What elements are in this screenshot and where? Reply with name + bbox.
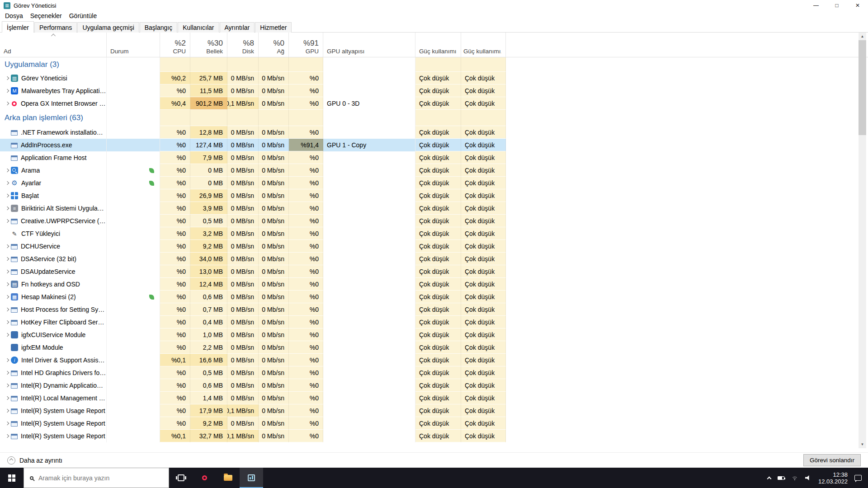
expand-chevron-icon[interactable] <box>4 371 11 374</box>
process-row[interactable]: ▤Fn hotkeys and OSD%012,4 MB0 MB/sn0 Mb/… <box>0 278 506 291</box>
power-usage-cell: Çok düşük <box>415 126 461 139</box>
expand-chevron-icon[interactable] <box>4 321 11 324</box>
memory-cell: 0,5 MB <box>190 215 227 227</box>
process-row[interactable]: Intel(R) Dynamic Application Lo...%00,6 … <box>0 379 506 392</box>
volume-icon[interactable] <box>805 475 811 481</box>
taskbar-task-manager-button[interactable] <box>240 468 263 488</box>
process-row[interactable]: HotKey Filter Clipboard Service%00,4 MB0… <box>0 316 506 328</box>
taskbar-opera-gx-button[interactable] <box>193 468 216 488</box>
expand-chevron-icon[interactable] <box>4 207 11 210</box>
column-header-cpu[interactable]: %2CPU <box>160 33 190 57</box>
expand-chevron-icon[interactable] <box>4 245 11 248</box>
process-row[interactable]: iIntel Driver & Support Assistant ...%0,… <box>0 354 506 366</box>
process-row[interactable]: ▦Hesap Makinesi (2)%00,6 MB0 MB/sn0 Mb/s… <box>0 291 506 303</box>
tab-ayrintilar[interactable]: Ayrıntılar <box>220 22 255 33</box>
expand-chevron-icon[interactable] <box>4 435 11 437</box>
tab-islemler[interactable]: İşlemler <box>2 21 34 33</box>
tab-kullanicilar[interactable]: Kullanıcılar <box>178 22 219 33</box>
close-button[interactable]: ✕ <box>847 0 868 11</box>
column-header-status[interactable]: Durum <box>107 33 160 57</box>
process-row[interactable]: Creative.UWPRPCService (32 bit)%00,5 MB0… <box>0 215 506 227</box>
expand-chevron-icon[interactable] <box>4 220 11 222</box>
expand-chevron-icon[interactable] <box>4 397 11 399</box>
taskbar-search-box[interactable]: Aramak için buraya yazın <box>24 468 169 488</box>
minimize-button[interactable]: — <box>806 0 826 11</box>
column-header-trend[interactable]: Güç kullanımı... <box>461 33 506 57</box>
scrollbar-up-button[interactable]: ▲ <box>859 33 866 40</box>
process-row[interactable]: igfxCUIService Module%01,0 MB0 MB/sn0 Mb… <box>0 328 506 341</box>
process-row[interactable]: .NET Framework installation util...%012,… <box>0 126 506 139</box>
expand-chevron-icon[interactable] <box>4 296 11 298</box>
menu-dosya[interactable]: Dosya <box>1 11 27 20</box>
tray-expand-chevron-icon[interactable] <box>767 476 771 481</box>
column-header-gpu[interactable]: %91GPU <box>289 33 323 57</box>
process-row[interactable]: Intel HD Graphics Drivers for Wi...%00,5… <box>0 366 506 379</box>
network-cell: 0 Mb/sn <box>259 316 289 328</box>
process-row[interactable]: Intel(R) Local Management Serv...%01,4 M… <box>0 392 506 404</box>
ctf-pen-icon: ✎ <box>11 230 18 237</box>
expand-chevron-icon[interactable] <box>4 422 11 425</box>
expand-chevron-icon[interactable] <box>4 333 11 336</box>
tab-hizmetler[interactable]: Hizmetler <box>255 22 292 33</box>
expand-chevron-icon[interactable] <box>4 182 11 184</box>
start-button[interactable] <box>0 468 24 488</box>
expand-chevron-icon[interactable] <box>4 169 11 172</box>
expand-chevron-icon[interactable] <box>4 409 11 412</box>
fewer-details-toggle[interactable]: Daha az ayrıntı <box>7 456 62 465</box>
column-header-mem[interactable]: %30Bellek <box>190 33 227 57</box>
column-header-net[interactable]: %0Ağ <box>259 33 289 57</box>
expand-chevron-icon[interactable] <box>4 283 11 286</box>
expand-chevron-icon[interactable] <box>4 359 11 361</box>
column-header-engine[interactable]: GPU altyapısı <box>323 33 415 57</box>
process-row[interactable]: Başlat%026,9 MB0 MB/sn0 Mb/sn%0Çok düşük… <box>0 189 506 202</box>
process-row[interactable]: ▥Görev Yöneticisi%0,225,7 MB0 MB/sn0 Mb/… <box>0 72 506 84</box>
tab-performans[interactable]: Performans <box>34 22 77 33</box>
process-row[interactable]: DSAUpdateService%013,0 MB0 MB/sn0 Mb/sn%… <box>0 265 506 278</box>
process-row[interactable]: ≡Biriktirici Alt Sistemi Uygulaması%03,9… <box>0 202 506 215</box>
process-row[interactable]: Arama%00 MB0 MB/sn0 Mb/sn%0Çok düşükÇok … <box>0 164 506 177</box>
process-row[interactable]: MMalwarebytes Tray Application%011,5 MB0… <box>0 84 506 97</box>
expand-chevron-icon[interactable] <box>4 194 11 197</box>
expand-chevron-icon[interactable] <box>4 102 11 105</box>
column-header-name[interactable]: Ad <box>0 33 107 57</box>
maximize-button[interactable]: □ <box>826 0 847 11</box>
end-task-button[interactable]: Görevi sonlandır <box>803 454 861 466</box>
expand-chevron-icon[interactable] <box>4 384 11 387</box>
column-header-power[interactable]: Güç kullanımı <box>415 33 461 57</box>
expand-chevron-icon[interactable] <box>4 308 11 311</box>
process-row[interactable]: DSAService (32 bit)%034,0 MB0 MB/sn0 Mb/… <box>0 253 506 265</box>
expand-chevron-icon[interactable] <box>4 270 11 273</box>
tab-uygulama-gecmisi[interactable]: Uygulama geçmişi <box>77 22 139 33</box>
scrollbar-thumb[interactable] <box>859 40 866 135</box>
process-row[interactable]: ✎CTF Yükleyici%03,2 MB0 MB/sn0 Mb/sn%0Ço… <box>0 227 506 240</box>
wifi-icon[interactable] <box>791 475 798 480</box>
scrollbar-track[interactable]: ▲ ▼ <box>859 33 866 448</box>
process-row[interactable]: igfxEM Module%02,2 MB0 MB/sn0 Mb/sn%0Çok… <box>0 341 506 354</box>
process-row[interactable]: Intel(R) System Usage Report%09,2 MB0 MB… <box>0 417 506 430</box>
status-cell <box>107 110 160 126</box>
file-explorer-button[interactable] <box>216 468 240 488</box>
memory-cell: 13,0 MB <box>190 265 227 278</box>
column-header-disk[interactable]: %8Disk <box>227 33 259 57</box>
process-row[interactable]: Application Frame Host%07,9 MB0 MB/sn0 M… <box>0 151 506 164</box>
process-row[interactable]: DCHUService%09,2 MB0 MB/sn0 Mb/sn%0Çok d… <box>0 240 506 253</box>
expand-chevron-icon[interactable] <box>4 77 11 80</box>
menu-secenekler[interactable]: Seçenekler <box>27 11 66 20</box>
expand-chevron-icon[interactable] <box>4 89 11 92</box>
expand-chevron-icon[interactable] <box>4 258 11 260</box>
process-row[interactable]: Opera GX Internet Browser (17)%0,4901,2 … <box>0 97 506 110</box>
scrollbar-down-button[interactable]: ▼ <box>859 441 866 448</box>
power-trend-cell: Çok düşük <box>461 303 506 316</box>
process-row[interactable]: Intel(R) System Usage Report%0,132,7 MB0… <box>0 430 506 442</box>
process-row[interactable]: Intel(R) System Usage Report%017,9 MB0,1… <box>0 404 506 417</box>
taskbar-clock[interactable]: 12:38 12.03.2022 <box>818 471 848 485</box>
menu-goruntule[interactable]: Görüntüle <box>66 11 100 20</box>
column-summary: %8 <box>243 39 254 48</box>
process-row[interactable]: AddInProcess.exe%0127,4 MB0 MB/sn0 Mb/sn… <box>0 139 506 151</box>
process-row[interactable]: Host Process for Setting Synchr...%00,7 … <box>0 303 506 316</box>
battery-icon[interactable] <box>778 476 784 480</box>
notification-center-icon[interactable] <box>854 475 862 481</box>
tab-baslangic[interactable]: Başlangıç <box>140 22 177 33</box>
task-view-button[interactable] <box>169 468 193 488</box>
process-row[interactable]: ⚙Ayarlar%00 MB0 MB/sn0 Mb/sn%0Çok düşükÇ… <box>0 177 506 189</box>
